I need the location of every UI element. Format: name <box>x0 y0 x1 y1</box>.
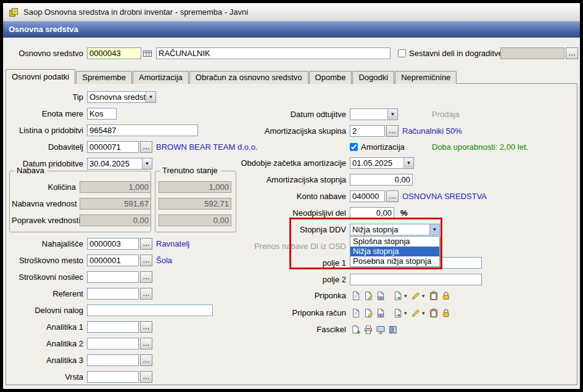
tip-combo[interactable]: Osnovna sredstva ▼ <box>87 91 156 103</box>
kolicina-row: Količina <box>12 181 151 194</box>
enota-input[interactable] <box>87 108 117 120</box>
lock-attachment-icon[interactable] <box>440 290 452 302</box>
paste-attachment-icon[interactable] <box>428 290 440 302</box>
odtujitve-combo[interactable]: ▼ <box>350 108 398 120</box>
view-fascicle-icon[interactable] <box>387 324 399 336</box>
sign-attachment-racun-dropdown-icon[interactable]: ▾ <box>422 310 428 316</box>
tab-nepremicnine[interactable]: Nepremičnine <box>395 71 457 84</box>
new-attachment-racun-icon[interactable] <box>350 307 362 319</box>
vrsta-input[interactable] <box>87 371 139 383</box>
neodpisljivi-input[interactable] <box>350 207 394 219</box>
skupina-lookup-button[interactable]: … <box>386 125 399 137</box>
tip-dropdown-icon[interactable]: ▼ <box>146 92 155 102</box>
tab-amortizacija[interactable]: Amortizacija <box>133 71 189 84</box>
window-title: Saop Osnovna sredstva in drobni inventar… <box>23 7 248 17</box>
analitika3-lookup-button[interactable]: … <box>140 354 152 366</box>
tab-dogodki[interactable]: Dogodki <box>352 71 394 84</box>
dobavitelj-label: Dobavitelj <box>6 142 83 152</box>
components-label: Sestavni deli in dograditve <box>409 49 503 58</box>
analitika1-input[interactable] <box>87 321 139 333</box>
components-lookup-button[interactable]: … <box>566 47 578 59</box>
tab-osnovni-podatki[interactable]: Osnovni podatki <box>6 69 75 84</box>
dobavitelj-input[interactable] <box>87 141 139 153</box>
referent-lookup-button[interactable]: … <box>140 288 152 300</box>
analitika2-lookup-button[interactable]: … <box>140 338 152 349</box>
amortizacija-checkbox[interactable] <box>350 143 358 151</box>
add-fascicle-icon[interactable] <box>350 324 362 336</box>
link-attachment-racun-icon[interactable] <box>374 307 387 319</box>
polje2-label: polje 2 <box>207 275 346 284</box>
konto-lookup-button[interactable]: … <box>386 190 399 202</box>
datum-pridobitve-combo[interactable]: 30.04.2025 ▼ <box>87 158 152 169</box>
open-attachment-racun-dropdown-icon[interactable]: ▾ <box>404 310 410 316</box>
print-fascicle-icon[interactable] <box>362 324 374 336</box>
obdobje-dropdown-icon[interactable]: ▼ <box>403 158 413 168</box>
ddv-dropdown-icon[interactable]: ▼ <box>429 224 439 235</box>
listina-input[interactable] <box>87 125 198 136</box>
ddv-option-posebna[interactable]: Posebna nižja stopnja <box>350 256 439 266</box>
tip-row: Tip Osnovna sredstva ▼ <box>6 91 156 104</box>
stopnja-row: Amortizacijska stopnja <box>207 173 413 186</box>
nosilec-row: Stroškovni nosilec … <box>6 271 152 284</box>
analitika3-input[interactable] <box>87 354 139 366</box>
odtujitve-label: Datum odtujitve <box>207 110 346 119</box>
sign-attachment-icon[interactable] <box>410 290 422 302</box>
ddv-combo[interactable]: Nižja stopnja ▼ <box>350 224 440 235</box>
link-attachment-icon[interactable] <box>374 290 387 302</box>
open-attachment-dropdown-icon[interactable]: ▾ <box>404 293 410 299</box>
sign-attachment-dropdown-icon[interactable]: ▾ <box>422 293 428 299</box>
odtujitve-dropdown-icon[interactable]: ▼ <box>387 109 397 120</box>
open-attachment-icon[interactable] <box>392 290 404 302</box>
obdobje-value: 01.05.2025 <box>350 158 403 168</box>
enota-row: Enota mere <box>6 107 117 120</box>
datum-pridobitve-dropdown-icon[interactable]: ▼ <box>142 158 152 169</box>
scan-fascicle-icon[interactable] <box>374 324 387 336</box>
ddv-option-nizja[interactable]: Nižja stopnja <box>350 247 439 256</box>
skupina-input[interactable] <box>350 125 385 137</box>
skupina-row: Amortizacijska skupina … Računalniki 50% <box>207 125 462 137</box>
nosilec-lookup-button[interactable]: … <box>140 271 152 283</box>
asset-register-icon[interactable] <box>141 47 154 60</box>
open-attachment-racun-icon[interactable] <box>392 307 404 319</box>
enota-label: Enota mere <box>6 109 83 118</box>
paste-attachment-racun-icon[interactable] <box>428 307 440 319</box>
analitika2-input[interactable] <box>87 338 139 349</box>
stroskovno-input[interactable] <box>87 255 139 266</box>
referent-label: Referent <box>6 289 83 298</box>
asset-name-input[interactable] <box>156 47 391 59</box>
edit-attachment-racun-icon[interactable] <box>362 307 374 319</box>
stopnja-input[interactable] <box>350 174 413 186</box>
amortizacija-label: Amortizacija <box>361 142 405 152</box>
edit-attachment-icon[interactable] <box>362 290 374 302</box>
analitika2-row: Analitika 2 … <box>6 337 152 350</box>
asset-code-input[interactable] <box>87 47 141 59</box>
polje2-input[interactable] <box>350 274 482 285</box>
priponka-racun-row: Priponka račun ▾ ▾ <box>207 306 452 319</box>
window-titlebar[interactable]: Saop Osnovna sredstva in drobni inventar… <box>3 3 580 22</box>
kolicina-label: Količina <box>12 182 76 192</box>
asset-row: Osnovno sredstvo <box>6 47 391 60</box>
priponka-racun-label: Priponka račun <box>207 308 346 317</box>
ddv-option-splosna[interactable]: Splošna stopnja <box>350 237 439 247</box>
delovni-nalog-input[interactable] <box>87 304 213 316</box>
dobavitelj-lookup-button[interactable]: … <box>140 141 152 153</box>
components-checkbox[interactable] <box>398 49 406 57</box>
stroskovno-lookup-button[interactable]: … <box>140 255 152 266</box>
tab-obracun[interactable]: Obračun za osnovno sredstvo <box>189 71 308 84</box>
obdobje-combo[interactable]: 01.05.2025 ▼ <box>350 157 414 169</box>
vrsta-lookup-button[interactable]: … <box>140 371 152 383</box>
referent-input[interactable] <box>87 288 139 300</box>
stopnja-label: Amortizacijska stopnja <box>207 175 346 184</box>
konto-input[interactable] <box>350 190 385 202</box>
nahajalisce-input[interactable] <box>87 238 139 250</box>
nahajalisce-lookup-button[interactable]: … <box>140 238 152 250</box>
analitika1-lookup-button[interactable]: … <box>140 321 152 333</box>
nosilec-input[interactable] <box>87 271 139 283</box>
odtujitve-value <box>350 109 387 120</box>
tab-opombe[interactable]: Opombe <box>309 71 352 84</box>
skupina-label: Amortizacijska skupina <box>207 126 346 136</box>
lock-attachment-racun-icon[interactable] <box>440 307 452 319</box>
tab-spremembe[interactable]: Spremembe <box>76 71 132 84</box>
new-attachment-icon[interactable] <box>350 290 362 302</box>
sign-attachment-racun-icon[interactable] <box>410 307 422 319</box>
